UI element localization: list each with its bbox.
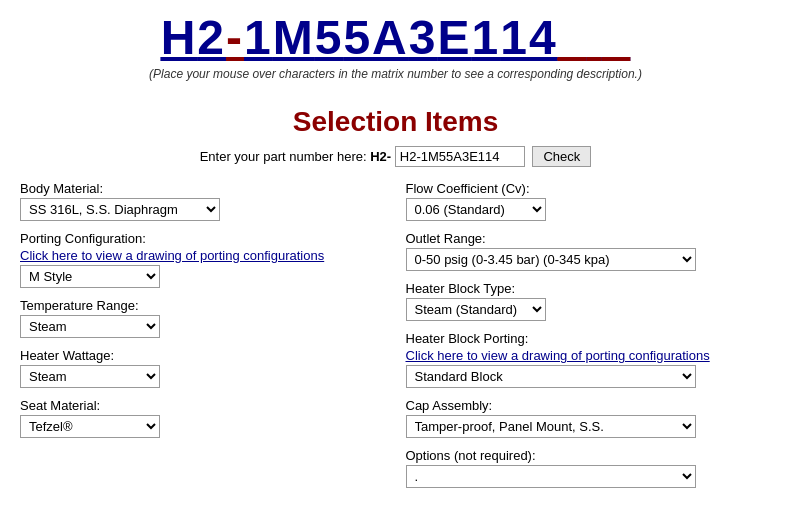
outlet-range-label: Outlet Range: — [406, 231, 772, 246]
heater-block-type-label: Heater Block Type: — [406, 281, 772, 296]
cap-assembly-label: Cap Assembly: — [406, 398, 772, 413]
porting-config-group: Porting Configuration: Click here to vie… — [20, 231, 386, 288]
heater-block-porting-select[interactable]: Standard Block — [406, 365, 696, 388]
flow-coefficient-select[interactable]: 0.06 (Standard) — [406, 198, 546, 221]
seat-material-group: Seat Material: Tefzel® — [20, 398, 386, 438]
seat-material-label: Seat Material: — [20, 398, 386, 413]
heater-block-porting-label: Heater Block Porting: — [406, 331, 772, 346]
porting-config-select[interactable]: M Style — [20, 265, 160, 288]
char-2[interactable]: 2 — [197, 11, 226, 64]
options-group: Options (not required): . — [406, 448, 772, 488]
options-select[interactable]: . — [406, 465, 696, 488]
char-5a[interactable]: 5 — [315, 11, 344, 64]
temperature-range-select[interactable]: Steam — [20, 315, 160, 338]
cap-assembly-group: Cap Assembly: Tamper-proof, Panel Mount,… — [406, 398, 772, 438]
porting-config-label: Porting Configuration: — [20, 231, 386, 246]
part-number-input[interactable] — [395, 146, 525, 167]
char-H[interactable]: H — [161, 11, 198, 64]
heater-wattage-group: Heater Wattage: Steam — [20, 348, 386, 388]
porting-config-link[interactable]: Click here to view a drawing of porting … — [20, 248, 386, 263]
char-E[interactable]: E — [437, 11, 471, 64]
char-1[interactable]: 1 — [244, 11, 273, 64]
options-label: Options (not required): — [406, 448, 772, 463]
right-column: Flow Coefficient (Cv): 0.06 (Standard) O… — [406, 181, 772, 498]
part-prefix: H2- — [370, 149, 391, 164]
heater-block-type-group: Heater Block Type: Steam (Standard) — [406, 281, 772, 321]
outlet-range-select[interactable]: 0-50 psig (0-3.45 bar) (0-345 kpa) — [406, 248, 696, 271]
char-blank1[interactable]: _ — [558, 11, 587, 64]
char-1b[interactable]: 1 — [500, 11, 529, 64]
matrix-number[interactable]: H2-1M55A3E114_ _ — [20, 10, 771, 65]
part-number-row: Enter your part number here: H2- Check — [0, 146, 791, 167]
body-material-select[interactable]: SS 316L, S.S. Diaphragm — [20, 198, 220, 221]
char-5b[interactable]: 5 — [343, 11, 372, 64]
body-material-label: Body Material: — [20, 181, 386, 196]
char-M[interactable]: M — [273, 11, 315, 64]
body-material-group: Body Material: SS 316L, S.S. Diaphragm — [20, 181, 386, 221]
outlet-range-group: Outlet Range: 0-50 psig (0-3.45 bar) (0-… — [406, 231, 772, 271]
char-3[interactable]: 3 — [409, 11, 438, 64]
char-blank2[interactable]: _ — [602, 11, 631, 64]
flow-coefficient-group: Flow Coefficient (Cv): 0.06 (Standard) — [406, 181, 772, 221]
check-button[interactable]: Check — [532, 146, 591, 167]
part-number-label: Enter your part number here: — [200, 149, 367, 164]
heater-wattage-label: Heater Wattage: — [20, 348, 386, 363]
temperature-range-label: Temperature Range: — [20, 298, 386, 313]
left-column: Body Material: SS 316L, S.S. Diaphragm P… — [20, 181, 386, 498]
flow-coefficient-label: Flow Coefficient (Cv): — [406, 181, 772, 196]
form-grid: Body Material: SS 316L, S.S. Diaphragm P… — [0, 181, 791, 498]
heater-block-type-select[interactable]: Steam (Standard) — [406, 298, 546, 321]
heater-wattage-select[interactable]: Steam — [20, 365, 160, 388]
selection-title: Selection Items — [0, 106, 791, 138]
header-section: H2-1M55A3E114_ _ (Place your mouse over … — [0, 0, 791, 86]
temperature-range-group: Temperature Range: Steam — [20, 298, 386, 338]
heater-block-porting-group: Heater Block Porting: Click here to view… — [406, 331, 772, 388]
char-space — [586, 11, 601, 64]
char-dash[interactable]: - — [226, 11, 244, 64]
seat-material-select[interactable]: Tefzel® — [20, 415, 160, 438]
char-4[interactable]: 4 — [529, 11, 558, 64]
char-1a[interactable]: 1 — [471, 11, 500, 64]
char-A[interactable]: A — [372, 11, 409, 64]
cap-assembly-select[interactable]: Tamper-proof, Panel Mount, S.S. — [406, 415, 696, 438]
matrix-instruction: (Place your mouse over characters in the… — [20, 67, 771, 81]
heater-block-porting-link[interactable]: Click here to view a drawing of porting … — [406, 348, 772, 363]
